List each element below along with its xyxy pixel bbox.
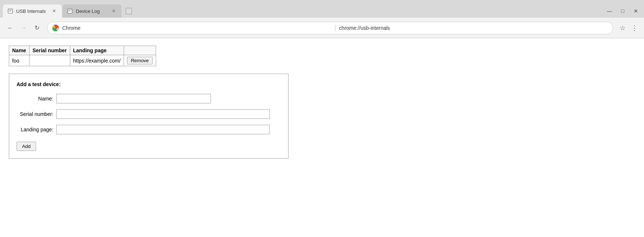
svg-rect-6 [126,8,132,14]
add-button[interactable]: Add [17,142,36,151]
tab-icon-usb [7,8,13,14]
address-bar[interactable]: Chrome | chrome://usb-internals [47,22,613,34]
tab-icon-device-log [67,8,73,14]
close-button[interactable]: ✕ [631,7,641,15]
forward-button[interactable]: → [18,22,29,34]
tab-device-log-label: Device Log [76,8,107,14]
add-device-section: Add a test device: Name: Serial number: … [9,74,289,159]
nav-bar: ← → ↻ Chrome | chrome://usb-internals ☆ … [0,18,644,38]
serial-row: Serial number: [17,109,281,119]
minimize-button[interactable]: — [604,7,615,15]
bookmark-button[interactable]: ☆ [618,23,628,33]
address-separator: | [335,24,336,32]
tab-usb-internals[interactable]: USB Internals ✕ [3,4,62,18]
cell-name: foo [9,55,29,66]
table-header-row: Name Serial number Landing page [9,46,156,55]
chrome-logo-icon [52,24,59,32]
device-table: Name Serial number Landing page foo http… [9,46,156,66]
col-header-landing: Landing page [70,46,124,55]
name-label: Name: [17,96,53,102]
tab-device-log-close[interactable]: ✕ [110,8,117,14]
window-controls: — □ ✕ [604,7,641,15]
reload-button[interactable]: ↻ [31,22,43,34]
maximize-button[interactable]: □ [618,7,628,15]
page-content: Name Serial number Landing page foo http… [0,38,644,237]
name-input[interactable] [56,94,211,103]
tab-device-log[interactable]: Device Log ✕ [63,4,121,18]
cell-serial [29,55,70,66]
back-button[interactable]: ← [4,22,16,34]
tab-usb-internals-label: USB Internals [16,8,48,14]
serial-label: Serial number: [17,111,53,117]
tab-usb-internals-close[interactable]: ✕ [51,8,57,14]
title-bar: USB Internals ✕ Device Log ✕ — □ ✕ [0,0,644,18]
cell-landing: https://example.com/ [70,55,124,66]
landing-label: Landing page: [17,127,53,132]
address-brand: Chrome [62,25,332,31]
chrome-menu-button[interactable]: ⋮ [629,23,640,33]
name-row: Name: [17,94,281,103]
new-tab-button[interactable] [123,5,135,17]
landing-page-input[interactable] [56,125,270,134]
col-header-action [124,46,156,55]
add-device-title: Add a test device: [17,81,281,87]
landing-row: Landing page: [17,125,281,134]
serial-number-input[interactable] [56,109,270,119]
address-url: chrome://usb-internals [339,25,608,31]
cell-action: Remove [124,55,156,66]
table-row: foo https://example.com/ Remove [9,55,156,66]
col-header-name: Name [9,46,29,55]
col-header-serial: Serial number [29,46,70,55]
remove-button[interactable]: Remove [127,57,153,64]
